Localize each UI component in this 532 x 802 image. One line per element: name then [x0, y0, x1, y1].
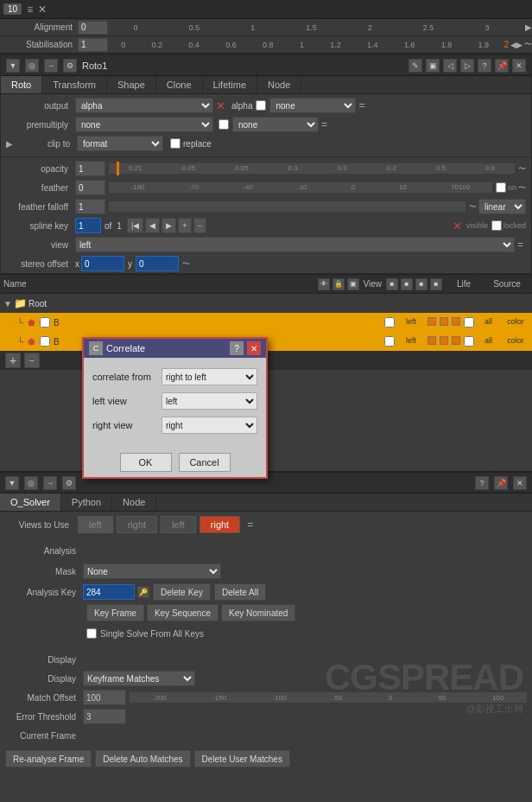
wave-icon[interactable]: 〜: [524, 39, 532, 50]
row1-col-checkbox[interactable]: [384, 317, 395, 328]
table-col4-icon[interactable]: ■: [430, 278, 442, 290]
error-threshold-input[interactable]: [83, 709, 126, 724]
view-left2-btn[interactable]: left: [161, 516, 196, 533]
node-next-icon[interactable]: ▷: [460, 59, 474, 73]
wave4-icon[interactable]: 〜: [469, 201, 477, 213]
row1-col4[interactable]: [464, 317, 474, 328]
view-right1-btn[interactable]: right: [117, 516, 157, 533]
dialog-ok-btn[interactable]: OK: [120, 453, 172, 472]
row2-checkbox[interactable]: [40, 336, 50, 347]
node-edit-icon[interactable]: ✎: [408, 59, 422, 73]
analysis-key-input[interactable]: [83, 584, 135, 600]
key-sequence-btn[interactable]: Key Sequence: [147, 604, 218, 621]
left-view-select[interactable]: left right: [162, 392, 257, 410]
node-help-icon[interactable]: ?: [478, 59, 491, 73]
tab-node2[interactable]: Node: [112, 493, 156, 511]
feather-input[interactable]: [75, 180, 105, 195]
table-col3-icon[interactable]: ■: [415, 278, 428, 290]
bottom-vis-toggle[interactable]: ▼: [5, 476, 19, 490]
locked-checkbox[interactable]: [491, 220, 502, 231]
wave3-icon[interactable]: 〜: [518, 182, 526, 194]
tab-transform[interactable]: Transform: [42, 76, 107, 93]
correlate-from-select[interactable]: right to left left to right: [162, 368, 257, 385]
tab-node[interactable]: Node: [257, 76, 301, 93]
table-row[interactable]: └ ⬟ B left all color: [0, 313, 532, 332]
tab-shape[interactable]: Shape: [107, 76, 156, 93]
table-view-icon[interactable]: ▣: [347, 278, 359, 290]
spline-del-btn[interactable]: −: [193, 218, 206, 233]
keyframe-nav[interactable]: ◀▶: [510, 41, 522, 49]
spline-add-btn[interactable]: +: [178, 218, 191, 233]
clip-replace-checkbox[interactable]: [170, 138, 180, 149]
node-pin-icon[interactable]: 📌: [495, 59, 509, 73]
table-col1-icon[interactable]: ■: [386, 278, 398, 290]
single-solve-checkbox[interactable]: [86, 628, 97, 639]
match-offset-input[interactable]: [83, 690, 126, 705]
clip-to-select[interactable]: format: [77, 136, 163, 151]
row2-col-checkbox[interactable]: [384, 336, 395, 347]
table-eye-icon[interactable]: 👁: [318, 278, 330, 290]
row2-col4[interactable]: [464, 336, 474, 347]
spline-next-btn[interactable]: ▶: [162, 218, 176, 233]
none2-select[interactable]: none: [232, 117, 319, 132]
alpha-checkbox[interactable]: [256, 100, 266, 111]
remove-row-btn[interactable]: −: [24, 353, 40, 368]
node-close-icon[interactable]: ✕: [512, 59, 526, 73]
wave2-icon[interactable]: 〜: [518, 163, 526, 175]
view-right2-btn[interactable]: right: [200, 516, 240, 533]
falloff-select[interactable]: linear: [478, 199, 526, 214]
output-select[interactable]: alpha: [75, 98, 213, 113]
bottom-settings-icon[interactable]: ⚙: [62, 476, 76, 490]
view-select[interactable]: left: [75, 237, 515, 252]
clip-expand-icon[interactable]: ▶: [6, 139, 13, 149]
tree-expand-icon[interactable]: ▼: [3, 299, 12, 309]
tab-roto[interactable]: Roto: [1, 76, 42, 93]
node-settings-icon[interactable]: ⚙: [63, 59, 77, 73]
premultiply-select[interactable]: none: [75, 117, 213, 132]
row1-checkbox[interactable]: [40, 317, 50, 328]
dialog-help-btn[interactable]: ?: [230, 341, 244, 355]
reanalyse-btn[interactable]: Re-analyse Frame: [5, 750, 92, 767]
delete-auto-btn[interactable]: Delete Auto Matches: [95, 750, 190, 767]
bottom-pin-icon[interactable]: 📌: [494, 476, 508, 490]
opacity-input[interactable]: [75, 161, 105, 176]
table-col2-icon[interactable]: ■: [401, 278, 413, 290]
node-vis-toggle[interactable]: ▼: [6, 59, 20, 73]
node-prev-icon[interactable]: ◁: [443, 59, 457, 73]
view-left1-btn[interactable]: left: [78, 516, 113, 533]
tab-python[interactable]: Python: [61, 493, 112, 511]
spline-first-btn[interactable]: |◀: [127, 218, 143, 233]
menu-icon[interactable]: ≡: [27, 3, 33, 16]
key-icon[interactable]: 🔑: [137, 586, 149, 598]
spline-prev-btn[interactable]: ◀: [145, 218, 160, 233]
bottom-connect-icon[interactable]: →: [43, 476, 57, 490]
spline-key-input[interactable]: [75, 218, 101, 233]
bottom-view-icon[interactable]: ◎: [24, 476, 38, 490]
node-connect-icon[interactable]: →: [44, 59, 58, 73]
dialog-close-btn[interactable]: ✕: [247, 341, 261, 355]
stabilisation-input[interactable]: [78, 38, 108, 52]
tab-lifetime[interactable]: Lifetime: [203, 76, 258, 93]
stereo-y-input[interactable]: [136, 256, 179, 271]
stereo-x-input[interactable]: [81, 256, 124, 271]
mask-select[interactable]: None: [83, 563, 221, 579]
alignment-input[interactable]: [78, 21, 108, 35]
delete-key-btn[interactable]: Delete Key: [153, 583, 211, 601]
close-icon[interactable]: ✕: [38, 3, 47, 16]
table-row[interactable]: ▼ 📁 Root: [0, 294, 532, 313]
table-lock-icon[interactable]: 🔒: [332, 278, 345, 290]
add-row-btn[interactable]: +: [5, 353, 21, 368]
stereo-wave-icon[interactable]: 〜: [182, 258, 190, 270]
none-select[interactable]: none: [269, 98, 356, 113]
key-nominated-btn[interactable]: Key Nominated: [221, 604, 295, 621]
feather-checkbox[interactable]: [496, 182, 506, 193]
tab-clone[interactable]: Clone: [156, 76, 203, 93]
delete-all-btn[interactable]: Delete All: [214, 583, 266, 601]
feather-falloff-input[interactable]: [75, 199, 105, 214]
tab-osolver[interactable]: O_Solver: [0, 493, 61, 511]
delete-user-btn[interactable]: Delete User Matches: [194, 750, 290, 767]
key-frame-btn[interactable]: Key Frame: [86, 604, 144, 621]
timeline-scroll[interactable]: ▶: [525, 22, 532, 32]
node-view2-icon[interactable]: ▣: [426, 59, 440, 73]
node-view-icon[interactable]: ◎: [25, 59, 39, 73]
